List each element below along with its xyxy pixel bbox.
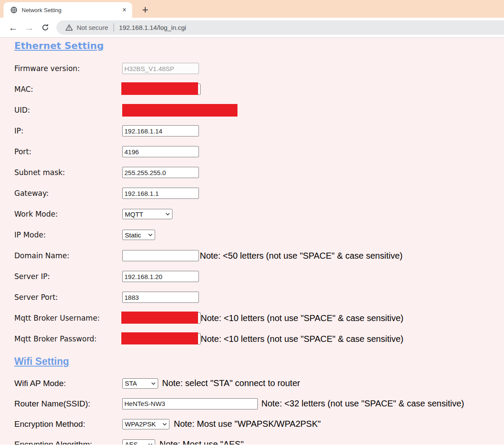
mqtt-username-note: Note: <10 letters (not use "SPACE" & cas…: [201, 313, 403, 323]
gateway-input[interactable]: [122, 188, 199, 199]
router-ssid-row: Router Name(SSID): Note: <32 letters (no…: [14, 393, 504, 414]
server-ip-row: Server IP:: [14, 266, 504, 287]
encryption-algorithm-note: Note: Most use "AES": [159, 439, 244, 445]
globe-icon: [10, 6, 17, 13]
server-port-input[interactable]: [122, 292, 199, 303]
wifi-rows: Wifi AP Mode: STA Note: select "STA" con…: [14, 373, 504, 445]
browser-tab-bar: Network Setting × +: [0, 0, 504, 18]
domain-row: Domain Name: Note: <50 letters (not use …: [14, 245, 504, 266]
address-bar-separator: [114, 23, 114, 32]
ip-mode-select[interactable]: Static: [122, 230, 155, 240]
gateway-label: Gateway:: [14, 189, 122, 198]
domain-name-input[interactable]: [122, 250, 199, 261]
mqtt-username-redaction-overlay: [121, 312, 198, 324]
new-tab-button[interactable]: +: [138, 3, 153, 16]
subnet-label: Subnet mask:: [14, 168, 122, 177]
router-ssid-note: Note: <32 letters (not use "SPACE" & cas…: [261, 399, 464, 409]
firmware-version-input: [122, 63, 199, 74]
ip-mode-label: IP Mode:: [14, 231, 122, 239]
server-ip-input[interactable]: [122, 271, 199, 282]
browser-toolbar: ← → Not secure 192.168.1.14/log_in.cgi: [0, 18, 504, 38]
router-ssid-input[interactable]: [122, 398, 258, 409]
server-port-row: Server Port:: [14, 287, 504, 308]
server-ip-label: Server IP:: [14, 272, 122, 281]
chevron-down-icon: [151, 382, 156, 385]
url-text: 192.168.1.14/log_in.cgi: [119, 24, 186, 31]
ethernet-rows: Firmware version: MAC: UID: IP: Port: Su…: [14, 58, 504, 349]
tab-title: Network Setting: [22, 7, 120, 13]
router-ssid-label: Router Name(SSID):: [14, 399, 122, 409]
wifi-ap-mode-value: STA: [125, 380, 137, 387]
gateway-row: Gateway:: [14, 183, 504, 204]
work-mode-select[interactable]: MQTT: [122, 209, 172, 219]
chevron-down-icon: [148, 443, 153, 445]
mac-label: MAC:: [14, 85, 122, 94]
work-mode-value: MQTT: [125, 211, 143, 218]
wifi-ap-mode-select[interactable]: STA: [122, 378, 158, 389]
encryption-method-label: Encryption Method:: [14, 419, 122, 429]
work-mode-label: Work Mode:: [14, 210, 122, 218]
wifi-setting-heading: Wifi Setting: [14, 356, 504, 367]
mqtt-password-note: Note: <10 letters (not use "SPACE" & cas…: [201, 334, 403, 344]
server-port-label: Server Port:: [14, 293, 122, 302]
mqtt-password-redaction-overlay: [121, 332, 198, 344]
mqtt-password-label: Mqtt Broker Password:: [14, 335, 122, 343]
ip-input[interactable]: [122, 125, 199, 136]
uid-label: UID:: [14, 106, 122, 114]
encryption-method-note: Note: Most use "WPAPSK/WPA2PSK": [174, 419, 321, 429]
chevron-down-icon: [148, 233, 153, 237]
subnet-mask-input[interactable]: [122, 167, 199, 178]
domain-note: Note: <50 letters (not use "SPACE" & cas…: [200, 251, 403, 261]
mqtt-username-label: Mqtt Broker Username:: [14, 314, 122, 322]
mac-redaction-overlay: [121, 82, 198, 95]
reload-icon: [41, 23, 49, 32]
ethernet-setting-heading: Ethernet Setting: [14, 40, 504, 52]
mac-field[interactable]: [122, 84, 201, 95]
ip-label: IP:: [14, 127, 122, 135]
domain-label: Domain Name:: [14, 251, 122, 260]
wifi-ap-mode-label: Wifi AP Mode:: [14, 379, 122, 388]
port-row: Port:: [14, 141, 504, 162]
address-bar[interactable]: Not secure 192.168.1.14/log_in.cgi: [56, 20, 504, 35]
network-setting-page: Ethernet Setting Firmware version: MAC: …: [0, 38, 504, 445]
subnet-row: Subnet mask:: [14, 162, 504, 183]
mqtt-password-row: Mqtt Broker Password: Note: <10 letters …: [14, 328, 504, 349]
ip-mode-row: IP Mode: Static: [14, 224, 504, 245]
ip-mode-value: Static: [125, 231, 141, 239]
ip-row: IP:: [14, 120, 504, 141]
mqtt-username-field[interactable]: [122, 312, 201, 324]
uid-row: UID:: [14, 100, 504, 120]
chevron-down-icon: [162, 422, 167, 426]
wifi-ap-mode-note: Note: select "STA" connect to router: [162, 378, 300, 388]
encryption-method-select[interactable]: WPA2PSK: [122, 419, 169, 429]
close-icon[interactable]: ×: [120, 6, 129, 14]
forward-button[interactable]: →: [21, 19, 37, 36]
encryption-algorithm-value: AES: [125, 441, 138, 445]
encryption-algorithm-label: Encryption Algorithm:: [14, 440, 122, 445]
work-mode-row: Work Mode: MQTT: [14, 204, 504, 224]
uid-redaction-overlay: [122, 104, 237, 117]
security-status-label: Not secure: [77, 24, 108, 31]
wifi-ap-mode-row: Wifi AP Mode: STA Note: select "STA" con…: [14, 373, 504, 393]
browser-tab[interactable]: Network Setting ×: [3, 2, 132, 18]
encryption-method-value: WPA2PSK: [125, 420, 156, 428]
warning-icon: [65, 24, 73, 31]
mac-row: MAC:: [14, 79, 504, 100]
back-button[interactable]: ←: [5, 19, 21, 36]
mqtt-password-field[interactable]: [122, 333, 201, 344]
reload-button[interactable]: [37, 19, 53, 36]
encryption-method-row: Encryption Method: WPA2PSK Note: Most us…: [14, 414, 504, 434]
firmware-row: Firmware version:: [14, 58, 504, 79]
port-label: Port:: [14, 147, 122, 156]
encryption-algorithm-select[interactable]: AES: [122, 439, 155, 445]
port-input[interactable]: [122, 146, 199, 157]
encryption-algorithm-row: Encryption Algorithm: AES Note: Most use…: [14, 434, 504, 445]
firmware-label: Firmware version:: [14, 64, 122, 73]
chevron-down-icon: [165, 212, 170, 216]
mqtt-username-row: Mqtt Broker Username: Note: <10 letters …: [14, 308, 504, 328]
